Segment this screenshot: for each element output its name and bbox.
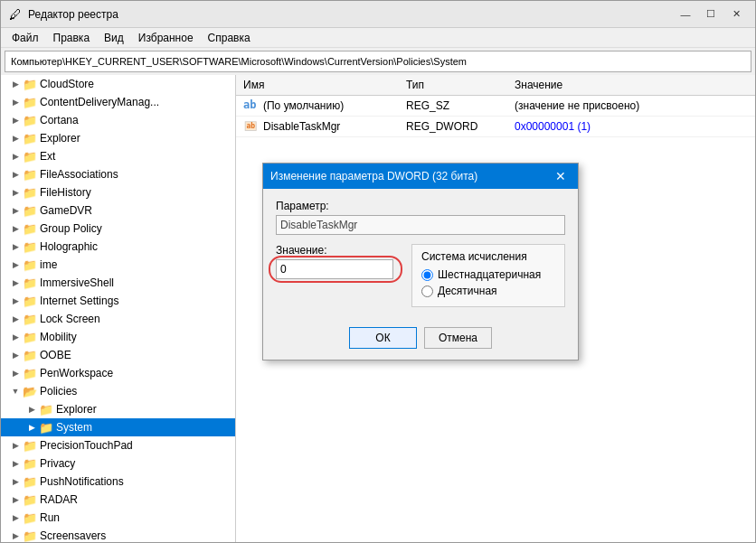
address-path: Компьютер\HKEY_CURRENT_USER\SOFTWARE\Mic…	[11, 56, 467, 67]
tree-panel: ▶ 📁 CloudStore ▶ 📁 ContentDeliveryManag.…	[1, 75, 236, 542]
tree-item-grouppolicy[interactable]: ▶ 📁 Group Policy	[1, 220, 235, 238]
dec-radio[interactable]	[421, 286, 433, 297]
address-bar[interactable]: Компьютер\HKEY_CURRENT_USER\SOFTWARE\Mic…	[5, 51, 751, 72]
folder-icon: 📁	[23, 313, 37, 325]
tree-item-radar[interactable]: ▶ 📁 RADAR	[1, 491, 235, 509]
tree-item-policies-system[interactable]: ▶ 📁 System	[1, 418, 235, 436]
tree-item-immersiveshell[interactable]: ▶ 📁 ImmersiveShell	[1, 274, 235, 292]
table-row[interactable]: ab (По умолчанию) REG_SZ (значение не пр…	[236, 96, 755, 117]
param-label: Параметр:	[276, 200, 565, 212]
tree-item-policies-explorer[interactable]: ▶ 📁 Explorer	[1, 400, 235, 418]
expand-icon: ▶	[8, 113, 23, 127]
tree-item-internetsettings[interactable]: ▶ 📁 Internet Settings	[1, 292, 235, 310]
expand-icon: ▶	[8, 438, 23, 453]
tree-item-holographic[interactable]: ▶ 📁 Holographic	[1, 238, 235, 256]
expand-icon: ▶	[8, 276, 23, 290]
folder-icon: 📁	[23, 114, 37, 126]
tree-item-filehistory[interactable]: ▶ 📁 FileHistory	[1, 183, 235, 201]
row-name: ab (По умолчанию)	[236, 97, 399, 115]
tree-label: Policies	[40, 385, 77, 398]
expand-icon: ▶	[8, 239, 23, 254]
tree-item-privacy[interactable]: ▶ 📁 Privacy	[1, 454, 235, 473]
tree-item-explorer1[interactable]: ▶ 📁 Explorer	[1, 129, 235, 147]
value-label: Значение:	[276, 244, 402, 257]
cancel-button[interactable]: Отмена	[424, 327, 492, 349]
expand-icon: ▶	[8, 348, 23, 362]
hex-label[interactable]: Шестнадцатеричная	[438, 268, 541, 281]
menu-file[interactable]: Файл	[5, 30, 46, 46]
folder-icon: 📁	[39, 421, 53, 434]
tree-item-ext[interactable]: ▶ 📁 Ext	[1, 147, 235, 165]
tree-item-mobility[interactable]: ▶ 📁 Mobility	[1, 328, 235, 346]
tree-item-contentdelivery[interactable]: ▶ 📁 ContentDeliveryManag...	[1, 93, 235, 111]
folder-icon: 📁	[23, 96, 37, 108]
folder-icon: 📁	[39, 403, 53, 416]
tree-item-cortana[interactable]: ▶ 📁 Cortana	[1, 111, 235, 129]
tree-item-penworkspace[interactable]: ▶ 📁 PenWorkspace	[1, 364, 235, 382]
col-header-type: Тип	[399, 77, 507, 93]
title-bar: 🖊 Редактор реестра — ☐ ✕	[1, 1, 755, 28]
maximize-button[interactable]: ☐	[699, 5, 723, 23]
tree-item-ime[interactable]: ▶ 📁 ime	[1, 256, 235, 274]
folder-icon: 📁	[23, 258, 37, 271]
table-row[interactable]: ab DisableTaskMgr REG_DWORD 0x00000001 (…	[236, 117, 755, 137]
expand-icon: ▶	[8, 221, 23, 236]
folder-icon: 📁	[23, 168, 37, 181]
row-type: REG_DWORD	[399, 118, 507, 135]
dialog-title-bar: Изменение параметра DWORD (32 бита) ✕	[263, 164, 578, 189]
expand-icon: ▶	[8, 95, 23, 109]
tree-label: Privacy	[40, 457, 75, 470]
tree-label: Explorer	[40, 132, 80, 145]
tree-label: Lock Screen	[40, 313, 100, 325]
menu-view[interactable]: Вид	[97, 30, 131, 46]
tree-item-gamedvr[interactable]: ▶ 📁 GameDVR	[1, 201, 235, 220]
tree-label: GameDVR	[40, 204, 92, 217]
expand-icon: ▶	[8, 294, 23, 308]
folder-icon: 📁	[23, 186, 37, 199]
dec-radio-row: Десятичная	[421, 285, 555, 297]
menu-favorites[interactable]: Избранное	[131, 30, 201, 46]
ok-button[interactable]: ОК	[349, 327, 417, 349]
tree-label: PrecisionTouchPad	[40, 439, 133, 452]
tree-item-precisiontouchpad[interactable]: ▶ 📁 PrecisionTouchPad	[1, 436, 235, 454]
menu-edit[interactable]: Правка	[46, 30, 98, 46]
folder-icon: 📁	[23, 150, 37, 163]
value-input[interactable]	[276, 259, 393, 279]
folder-icon: 📂	[23, 385, 37, 398]
expand-icon: ▶	[8, 312, 23, 326]
expand-icon: ▶	[8, 474, 23, 489]
expand-icon: ▶	[8, 366, 23, 380]
folder-icon: 📁	[23, 457, 37, 470]
tree-item-lockscreen[interactable]: ▶ 📁 Lock Screen	[1, 310, 235, 328]
tree-item-run[interactable]: ▶ 📁 Run	[1, 509, 235, 527]
dialog-body: Параметр: Значение: Система исчисления Ш…	[263, 189, 578, 360]
tree-label: Holographic	[40, 240, 98, 253]
dec-label[interactable]: Десятичная	[438, 285, 497, 297]
tree-item-oobe[interactable]: ▶ 📁 OOBE	[1, 346, 235, 364]
dialog-close-button[interactable]: ✕	[551, 167, 571, 185]
tree-item-fileassoc[interactable]: ▶ 📁 FileAssociations	[1, 165, 235, 183]
close-button[interactable]: ✕	[724, 5, 748, 23]
expand-icon: ▶	[8, 529, 23, 542]
hex-radio[interactable]	[421, 269, 433, 281]
expand-icon: ▶	[8, 492, 23, 507]
window-controls: — ☐ ✕	[674, 5, 748, 23]
tree-item-policies[interactable]: ▼ 📂 Policies	[1, 382, 235, 400]
param-input[interactable]	[276, 215, 565, 235]
expand-icon: ▶	[8, 510, 23, 525]
folder-icon: 📁	[23, 493, 37, 506]
tree-item-cloudstore[interactable]: ▶ 📁 CloudStore	[1, 75, 235, 93]
tree-label: OOBE	[40, 349, 71, 361]
folder-icon: 📁	[23, 367, 37, 379]
app-icon: 🖊	[8, 7, 23, 22]
menu-help[interactable]: Справка	[201, 30, 258, 46]
tree-label: Mobility	[40, 331, 77, 343]
minimize-button[interactable]: —	[674, 5, 697, 23]
tree-item-screensavers[interactable]: ▶ 📁 Screensavers	[1, 527, 235, 542]
tree-item-pushnotifications[interactable]: ▶ 📁 PushNotifications	[1, 473, 235, 491]
tree-label: Group Policy	[40, 222, 102, 235]
folder-icon: 📁	[23, 78, 37, 90]
expand-icon: ▶	[8, 77, 23, 91]
tree-label: ContentDeliveryManag...	[40, 96, 159, 108]
edit-dword-dialog: Изменение параметра DWORD (32 бита) ✕ Па…	[262, 163, 579, 360]
